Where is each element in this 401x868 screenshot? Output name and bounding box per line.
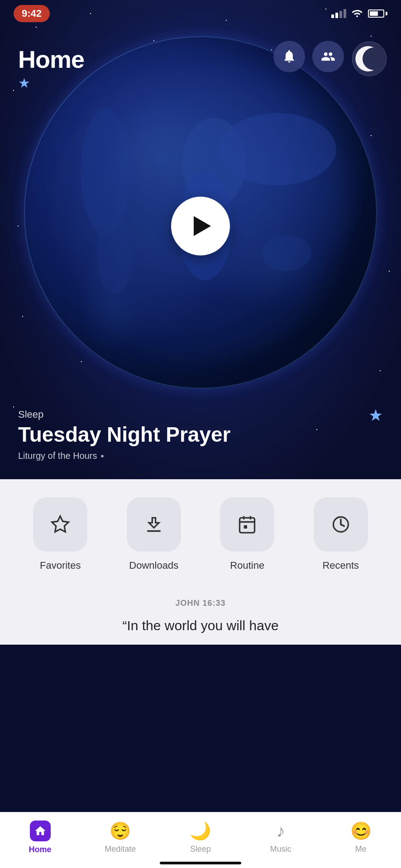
quick-action-favorites[interactable]: Favorites [14,497,107,571]
quick-action-recents[interactable]: Recents [294,497,388,571]
house-icon [34,825,47,837]
svg-marker-7 [52,516,69,532]
recents-label: Recents [322,560,359,571]
bottom-navigation: Home 😌 Meditate 🌙 Sleep ♪ Music 😊 Me [0,812,401,868]
top-actions [273,41,387,77]
quote-section: JOHN 16:33 “In the world you will have [0,585,401,645]
svg-point-3 [96,212,133,294]
clock-icon [331,514,351,534]
svg-point-2 [81,108,130,235]
svg-point-4 [219,113,336,185]
home-indicator [160,862,241,864]
hero-section: 9:42 [0,0,401,479]
nav-label-home: Home [29,845,52,854]
sleep-nav-icon: 🌙 [190,821,211,841]
moon-icon [351,41,387,77]
play-icon [194,216,211,236]
nav-item-home[interactable]: Home [18,821,63,854]
nav-item-me[interactable]: 😊 Me [338,821,383,854]
svg-rect-9 [240,518,255,533]
nav-item-sleep[interactable]: 🌙 Sleep [178,821,223,854]
calendar-icon [237,514,257,534]
svg-rect-13 [244,525,247,528]
play-button[interactable] [171,197,230,255]
nav-label-me: Me [355,844,367,854]
downloads-label: Downloads [129,560,178,571]
quick-actions-section: Favorites Downloads Routine [0,479,401,585]
group-icon [321,49,335,64]
subtitle-dot [101,455,104,458]
recents-icon-box [314,497,368,552]
favorites-icon-box [33,497,87,552]
quick-action-downloads[interactable]: Downloads [107,497,201,571]
nav-item-meditate[interactable]: 😌 Meditate [98,821,143,854]
svg-point-5 [262,235,311,271]
hero-subtitle: Liturgy of the Hours [18,451,231,461]
group-button[interactable] [312,41,344,72]
routine-icon-box [220,497,274,552]
favorites-label: Favorites [40,560,81,571]
wifi-icon [351,7,363,20]
time-display: 9:42 [14,5,50,22]
nav-label-meditate: Meditate [105,844,136,854]
nav-item-music[interactable]: ♪ Music [258,821,303,854]
download-icon [144,514,164,534]
hero-info: Sleep Tuesday Night Prayer Liturgy of th… [18,409,231,461]
theme-button[interactable] [351,41,387,77]
hero-category: Sleep [18,409,231,420]
nav-label-sleep: Sleep [190,844,211,854]
meditate-nav-icon: 😌 [110,821,131,841]
notifications-button[interactable] [273,41,305,72]
bell-icon [282,49,296,64]
quick-action-routine[interactable]: Routine [200,497,294,571]
signal-icon [331,9,346,18]
home-nav-icon [30,821,51,841]
play-button-wrapper [171,197,230,255]
me-nav-icon: 😊 [350,821,372,841]
status-icons [331,7,387,20]
home-title: Home ★ [18,45,84,91]
quote-text: “In the world you will have [18,615,383,636]
hero-title: Tuesday Night Prayer [18,423,231,446]
home-star-icon: ★ [18,75,84,91]
quote-reference: JOHN 16:33 [18,599,383,608]
nav-label-music: Music [270,844,291,854]
star-decoration: ★ [368,406,383,425]
status-bar: 9:42 [0,0,401,27]
downloads-icon-box [127,497,181,552]
music-nav-icon: ♪ [277,821,285,841]
battery-icon [368,9,387,18]
star-icon [50,514,70,534]
routine-label: Routine [230,560,264,571]
